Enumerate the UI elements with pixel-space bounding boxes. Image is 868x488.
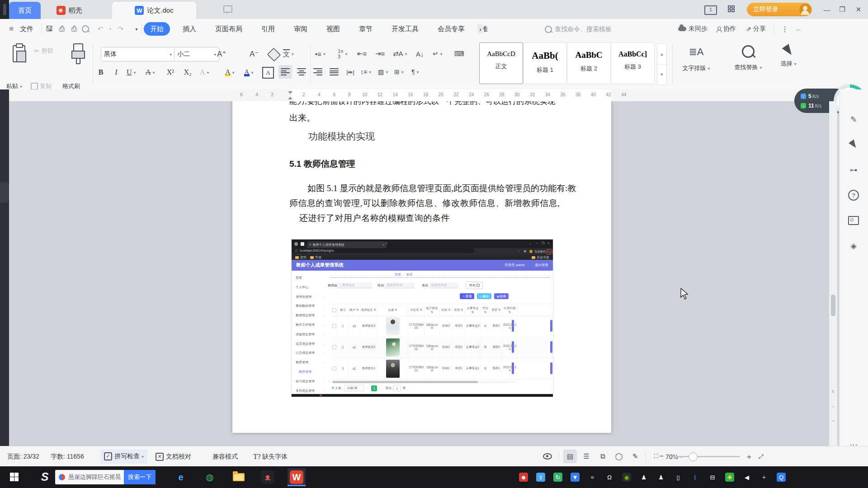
wrap-mark-icon[interactable]: ↵▾ (433, 47, 443, 61)
fig-hscroll-track[interactable] (332, 381, 511, 383)
file-menu[interactable]: 文件 (17, 19, 36, 39)
s-app-icon[interactable]: S (38, 470, 52, 483)
numbered-list-icon[interactable]: 1≡3▾ (338, 47, 348, 61)
font-color-icon[interactable]: A▾ (244, 66, 254, 79)
page-view-icon[interactable]: ▤ (563, 450, 577, 463)
character-border-icon[interactable]: A (262, 67, 274, 79)
font-name-select[interactable]: 黑体▾ (101, 47, 175, 61)
highlight-color-icon[interactable]: A▾ (225, 66, 235, 79)
fig-bookmark-1[interactable]: 资料 (300, 255, 307, 260)
fig-hscroll-left-icon[interactable]: ‹ (329, 380, 330, 384)
menu-tab-会员专享[interactable]: 会员专享 (431, 22, 471, 36)
bold-icon[interactable]: B (95, 66, 107, 79)
save-icon[interactable]: 🖫 (44, 19, 54, 39)
vertical-scrollbar[interactable]: ⍏ ▫ ⍖ (829, 101, 837, 446)
font-size-select[interactable]: 小二▾ (174, 47, 219, 61)
fig-other-bookmarks[interactable]: 其他书签 (528, 255, 549, 260)
qq-penguin-tray-icon-2[interactable]: ♟ (656, 473, 665, 482)
fullscreen-icon[interactable]: ⤢ (756, 451, 766, 461)
fig-logout-link[interactable]: 退出登录 (535, 263, 548, 267)
fig-sidebar-item-教学工作管理-5[interactable]: 教学工作管理› (292, 320, 328, 329)
align-center-icon[interactable] (295, 65, 308, 79)
login-button[interactable]: 立即登录 (747, 3, 812, 16)
italic-icon[interactable]: I (111, 66, 121, 79)
previous-page-icon[interactable]: ⍏ (829, 387, 837, 397)
print-preview-icon[interactable] (82, 19, 92, 39)
proofread-button[interactable]: ✕ 文档校对 (156, 446, 191, 467)
fig-sidebar-item-基础数据管理-3[interactable]: 基础数据管理› (292, 301, 328, 310)
fig-profile-avatar[interactable] (529, 250, 533, 253)
borders-icon[interactable]: ⊞▾ (394, 65, 404, 79)
align-right-icon[interactable] (311, 65, 325, 79)
text-layout-tool[interactable]: ≣A 文字排版▾ (680, 46, 712, 72)
fig-hscroll-right-icon[interactable]: › (513, 380, 514, 384)
window-mode-icon[interactable]: 1 (704, 5, 717, 15)
emulator-app-icon[interactable]: ᴥ (259, 468, 277, 486)
fig-win-restore-icon[interactable]: ❐ (542, 242, 544, 245)
restore-button[interactable]: ❐ (835, 0, 850, 19)
character-scale-icon[interactable]: ⇄A▾ (393, 47, 407, 61)
bullet-list-icon[interactable]: •≡▾ (315, 47, 326, 61)
fig-col-header-学历[interactable]: 学历 ⇅ (453, 304, 465, 316)
superscript-icon[interactable]: X² (164, 66, 177, 79)
fig-sidebar-item-个人中心-1[interactable]: 个人中心› (292, 283, 328, 292)
green-browser-icon[interactable]: ◍ (201, 468, 219, 486)
menu-tab-开始[interactable]: 开始 (144, 22, 170, 36)
zoom-slider-track[interactable] (672, 456, 740, 457)
fig-sidebar-item-公告信息管理-8[interactable]: 公告信息管理› (292, 348, 328, 357)
new-tab-monitor-icon[interactable] (223, 5, 232, 13)
red-app-tray-icon[interactable]: ☻ (519, 473, 528, 482)
fig-win-chevron-icon[interactable]: ⌄ (528, 242, 531, 245)
fig-per-page-select[interactable]: 10条/页⌄ (344, 385, 364, 391)
strikethrough-icon[interactable]: A▾ (146, 66, 155, 79)
taskbar-search-button[interactable]: 搜索一下 (124, 470, 156, 484)
ink-view-icon[interactable]: ✎ (628, 450, 642, 463)
usb-drive-tray-icon[interactable]: ⊟ (708, 473, 717, 482)
fig-next-page-icon[interactable]: › (380, 387, 381, 390)
horizontal-ruler[interactable]: 6422468101214161820222426283032343638404… (9, 89, 845, 102)
fig-col-header-系部[interactable]: 系部 ⇅ (491, 304, 502, 316)
paste-icon[interactable] (12, 44, 27, 62)
workspace-grid-icon[interactable] (728, 5, 736, 14)
bluetooth-tray-icon[interactable]: ᛒ (691, 473, 700, 482)
fig-sidebar-item-论文信息管理-7[interactable]: 论文信息管理› (292, 339, 328, 348)
sort-icon[interactable]: A↓ (416, 47, 424, 61)
fig-action-button-clipped[interactable] (512, 362, 514, 374)
style-card-正文[interactable]: AaBbCcD正文 (479, 42, 523, 84)
compat-mode-label[interactable]: 兼容模式 (212, 446, 238, 467)
menu-tab-视图[interactable]: 视图 (320, 22, 346, 36)
nvidia-tray-icon[interactable]: ◉ (622, 473, 631, 482)
fig-action-button-clipped-2[interactable] (550, 341, 552, 353)
missing-font-button[interactable]: T? 缺失字体 (253, 446, 288, 467)
fig-col-header-性别[interactable]: 性别 ⇅ (481, 304, 491, 316)
home-tab[interactable]: 首页 (9, 2, 41, 19)
zoom-in-icon[interactable]: ＋ (744, 451, 754, 461)
ie-browser-icon[interactable]: e (172, 468, 190, 486)
select-tool[interactable]: 选择▾ (776, 45, 801, 68)
menu-tab-审阅[interactable]: 审阅 (288, 22, 314, 36)
fig-hscroll-thumb[interactable] (332, 381, 478, 383)
fig-breadcrumb-home[interactable]: 首页 (395, 273, 401, 276)
ink-pen-icon[interactable]: ✎ (846, 112, 861, 127)
collapse-ribbon-icon[interactable]: ︿ (793, 19, 803, 39)
redo-icon[interactable]: ↷ (116, 19, 126, 39)
hamburger-icon[interactable]: ≡ (6, 19, 16, 39)
spellcheck-toggle[interactable]: ✓ 拼写检查▾ (100, 449, 147, 464)
select-arrow-icon[interactable] (846, 137, 861, 152)
style-card-标题 1[interactable]: AaBb(标题 1 (523, 42, 567, 84)
fig-row-checkbox[interactable] (331, 315, 338, 337)
indent-marker[interactable] (288, 91, 292, 99)
zoom-slider-knob[interactable] (689, 452, 698, 461)
minimize-button[interactable]: — (819, 0, 835, 19)
qq-penguin-tray-icon[interactable]: ♟ (639, 473, 648, 482)
fig-gender-select[interactable]: 请选择性别⌄ (385, 282, 415, 288)
fig-col-header-教师姓名[interactable]: 教师姓名 ⇅ (360, 304, 377, 316)
menu-tab-章节[interactable]: 章节 (353, 22, 379, 36)
find-replace-tool[interactable]: 查找替换▾ (730, 45, 766, 71)
fig-tab-close-icon[interactable]: × (382, 243, 384, 246)
document-tab[interactable]: W 论文.doc (112, 2, 196, 19)
fig-col-header-出身日期[interactable]: 出身日期 ⇅ (502, 304, 518, 316)
clear-format-eraser-icon[interactable] (267, 48, 281, 62)
fig-sidebar-item-教师管理-9[interactable]: 教师管理› (292, 358, 328, 367)
help-icon[interactable]: ? (846, 188, 861, 202)
